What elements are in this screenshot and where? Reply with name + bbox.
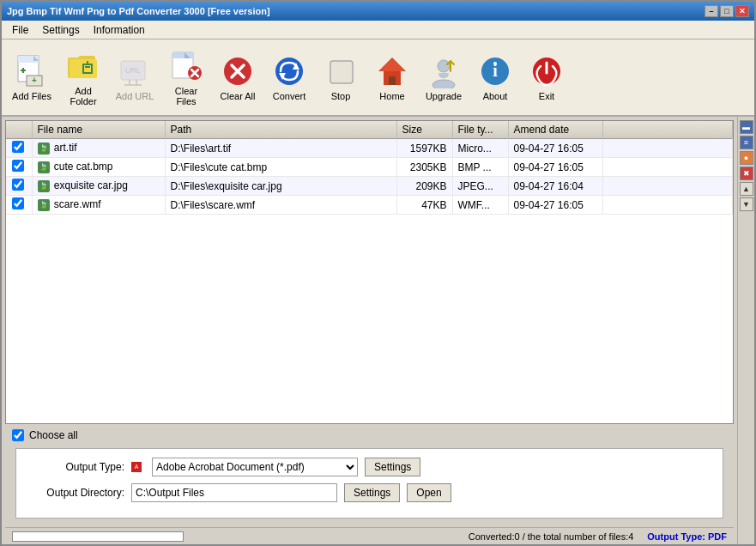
row-checkbox-2[interactable] [12, 179, 24, 191]
maximize-button[interactable]: □ [720, 5, 734, 17]
exit-button[interactable]: Exit [522, 43, 572, 112]
clear-all-label: Clear All [221, 91, 256, 101]
add-url-label: Add URL [116, 91, 154, 101]
cell-filename: 🍃 scare.wmf [32, 196, 165, 215]
cell-amenddate: 09-04-27 16:04 [508, 177, 602, 196]
sidebar-btn-2[interactable]: ≡ [740, 136, 753, 149]
exit-label: Exit [539, 91, 554, 101]
sidebar-btn-3[interactable]: ● [740, 151, 753, 165]
exit-icon [529, 53, 565, 89]
options-box: Output Type: A Adobe Acrobat Document (*… [15, 448, 723, 519]
choose-all-checkbox[interactable] [12, 429, 24, 441]
bottom-panel: Choose all Output Type: A Adobe Acrobat … [5, 424, 734, 527]
choose-all-label[interactable]: Choose all [29, 429, 78, 441]
svg-point-19 [438, 60, 450, 72]
menu-file[interactable]: File [5, 22, 35, 38]
svg-rect-15 [330, 61, 353, 83]
clear-files-label: Clear Files [164, 86, 209, 106]
sidebar-btn-5[interactable]: ▲ [740, 182, 753, 196]
close-button[interactable]: ✕ [735, 5, 749, 17]
menu-settings[interactable]: Settings [35, 22, 86, 38]
output-dir-input[interactable] [131, 483, 337, 502]
stop-button[interactable]: Stop [316, 43, 366, 112]
add-url-button[interactable]: URL Add URL [110, 43, 160, 112]
col-amenddate[interactable]: Amend date [508, 121, 602, 139]
cell-extra [602, 139, 733, 158]
col-filetype[interactable]: File ty... [452, 121, 508, 139]
cell-filename: 🍃 cute cat.bmp [32, 158, 165, 177]
home-label: Home [379, 91, 404, 101]
add-folder-button[interactable]: Add Folder [58, 43, 108, 112]
table-header-row: File name Path Size File ty... Amend dat… [6, 121, 733, 139]
clear-all-icon [220, 53, 256, 89]
output-type-status: Output Type: PDF [647, 531, 727, 542]
cell-size: 209KB [396, 177, 452, 196]
output-type-label: Output Type: [30, 461, 124, 473]
output-type-select[interactable]: Adobe Acrobat Document (*.pdf) [152, 458, 358, 476]
converted-text: Converted:0 / the total number of files:… [469, 531, 634, 542]
col-size[interactable]: Size [396, 121, 452, 139]
row-checkbox-1[interactable] [12, 160, 24, 172]
cell-amenddate: 09-04-27 16:05 [508, 139, 602, 158]
cell-amenddate: 09-04-27 16:05 [508, 196, 602, 215]
convert-label: Convert [273, 91, 306, 101]
about-button[interactable]: i About [470, 43, 520, 112]
menu-information[interactable]: Information [87, 22, 152, 38]
status-right: Converted:0 / the total number of files:… [469, 531, 727, 542]
add-files-icon: + [14, 53, 50, 89]
cell-extra [602, 177, 733, 196]
add-folder-icon [65, 48, 101, 84]
table-row: 🍃 scare.wmfD:\Files\scare.wmf47KBWMF...0… [6, 196, 733, 215]
clear-all-button[interactable]: Clear All [213, 43, 263, 112]
upgrade-button[interactable]: Upgrade [419, 43, 469, 112]
cell-size: 47KB [396, 196, 452, 215]
row-checkbox-3[interactable] [12, 197, 24, 209]
svg-marker-18 [379, 58, 405, 71]
output-dir-row: Output Directory: Settings Open [30, 483, 709, 502]
upgrade-label: Upgrade [426, 91, 462, 101]
table-row: 🍃 art.tifD:\Files\art.tif1597KBMicro...0… [6, 139, 733, 158]
cell-extra [602, 196, 733, 215]
cell-amenddate: 09-04-27 16:05 [508, 158, 602, 177]
output-dir-label: Output Directory: [30, 487, 124, 499]
toolbar: + Add Files Add Folder URL Add URL [2, 39, 754, 117]
minimize-button[interactable]: – [705, 5, 718, 17]
cell-filetype: WMF... [452, 196, 508, 215]
add-files-button[interactable]: + Add Files [7, 43, 57, 112]
file-table: File name Path Size File ty... Amend dat… [6, 121, 733, 215]
output-dir-open-button[interactable]: Open [407, 483, 451, 502]
col-path[interactable]: Path [165, 121, 396, 139]
sidebar-btn-4[interactable]: ✖ [740, 167, 753, 180]
row-checkbox-0[interactable] [12, 141, 24, 153]
svg-rect-9 [172, 52, 193, 58]
table-row: 🍃 exquisite car.jpgD:\Files\exquisite ca… [6, 177, 733, 196]
output-type-settings-button[interactable]: Settings [365, 458, 420, 476]
convert-button[interactable]: Convert [264, 43, 314, 112]
clear-files-button[interactable]: Clear Files [161, 43, 211, 112]
file-type-icon: 🍃 [38, 199, 50, 211]
col-checkbox [6, 121, 32, 139]
sidebar-btn-6[interactable]: ▼ [740, 197, 753, 211]
col-filename[interactable]: File name [32, 121, 165, 139]
sidebar-btn-1[interactable]: ▬ [740, 120, 753, 134]
file-type-icon: 🍃 [38, 161, 50, 173]
app-title: Jpg Bmp Tif Wmf Png to Pdf Converter 300… [7, 6, 270, 16]
title-bar: Jpg Bmp Tif Wmf Png to Pdf Converter 300… [2, 2, 754, 21]
output-dir-settings-button[interactable]: Settings [344, 483, 400, 502]
menu-bar: File Settings Information [2, 21, 754, 39]
svg-point-23 [493, 62, 497, 65]
choose-all-row: Choose all [12, 429, 727, 441]
cell-filename: 🍃 exquisite car.jpg [32, 177, 165, 196]
home-button[interactable]: Home [367, 43, 417, 112]
cell-path: D:\Files\cute cat.bmp [165, 158, 396, 177]
home-icon [374, 53, 410, 89]
table-row: 🍃 cute cat.bmpD:\Files\cute cat.bmp2305K… [6, 158, 733, 177]
cell-path: D:\Files\art.tif [165, 139, 396, 158]
output-type-row: Output Type: A Adobe Acrobat Document (*… [30, 458, 709, 476]
add-folder-label: Add Folder [61, 86, 106, 106]
cell-path: D:\Files\scare.wmf [165, 196, 396, 215]
file-type-icon: 🍃 [38, 180, 50, 192]
svg-point-20 [432, 80, 455, 88]
clear-files-icon [168, 48, 204, 84]
pdf-icon: A [131, 462, 142, 472]
